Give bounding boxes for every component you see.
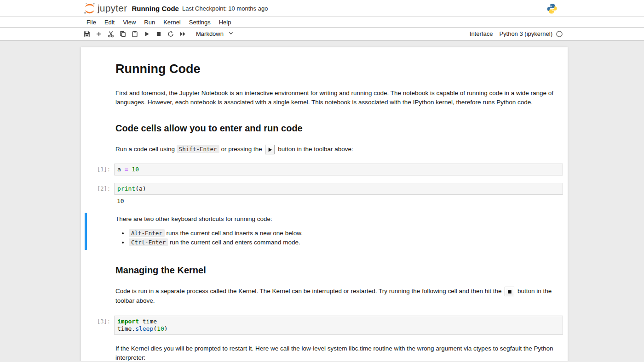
menu-kernel[interactable]: Kernel (159, 19, 185, 26)
run-instructions-before: Run a code cell using (115, 146, 177, 153)
segfault-paragraph[interactable]: If the Kernel dies you will be prompted … (81, 344, 568, 361)
cell-output-2: 10 (81, 198, 563, 204)
run-instructions-middle: or pressing the (219, 146, 264, 153)
inline-stop-button-image (505, 287, 514, 296)
shortcut-text: runs the current cell and inserts a new … (165, 230, 303, 237)
output-prompt (81, 198, 114, 204)
markdown-cell-kernel[interactable]: Managing the Kernel (81, 264, 568, 277)
stop-icon[interactable] (153, 28, 165, 40)
restart-icon[interactable] (165, 28, 177, 40)
cut-icon[interactable] (105, 28, 117, 40)
notebook-header: jupyter Running Code Last Checkpoint: 10… (0, 0, 644, 17)
interface-label[interactable]: Interface (470, 30, 493, 37)
input-prompt: [2]: (81, 183, 114, 195)
section-heading-kernel: Managing the Kernel (115, 264, 554, 277)
shortcuts-intro: There are two other keyboard shortcuts f… (115, 215, 554, 224)
menu-settings[interactable]: Settings (185, 19, 215, 26)
cell-type-value: Markdown (196, 30, 224, 37)
kernel-name[interactable]: Python 3 (ipykernel) (499, 30, 552, 37)
shortcuts-list: Alt-Enter runs the current cell and inse… (115, 229, 554, 247)
kernel-paragraph-before: Code is run in a separate process called… (115, 288, 503, 294)
list-item: Alt-Enter runs the current cell and inse… (129, 229, 554, 238)
code-input[interactable]: a = 10 (114, 164, 563, 175)
inline-run-button-image (265, 145, 275, 154)
kernel-paragraph[interactable]: Code is run in a separate process called… (81, 287, 568, 305)
notebook-title[interactable]: Running Code (132, 5, 178, 12)
jupyter-planet-icon (84, 2, 96, 15)
cell-type-dropdown[interactable]: Markdown (196, 30, 234, 38)
intro-paragraph[interactable]: First and foremost, the Jupyter Notebook… (81, 89, 568, 107)
kbd-ctrl-enter: Ctrl-Enter (129, 238, 168, 246)
input-prompt: [1]: (81, 164, 114, 175)
markdown-cell-code-cells[interactable]: Code cells allow you to enter and run co… (81, 122, 568, 135)
run-instructions-paragraph[interactable]: Run a code cell using Shift-Enter or pre… (81, 145, 568, 154)
section-heading-code-cells: Code cells allow you to enter and run co… (115, 122, 554, 135)
menu-run[interactable]: Run (140, 19, 159, 26)
menu-edit[interactable]: Edit (100, 19, 119, 26)
kbd-alt-enter: Alt-Enter (129, 229, 165, 237)
code-cell-3[interactable]: [3]: import timetime.sleep(10) (81, 316, 563, 335)
code-cell-2[interactable]: [2]: print(a) (81, 183, 563, 195)
run-icon[interactable] (141, 28, 153, 40)
notebook-panel: Running Code First and foremost, the Jup… (81, 47, 568, 361)
paste-icon[interactable] (129, 28, 141, 40)
kbd-shift-enter: Shift-Enter (177, 145, 219, 153)
toolbar: Markdown Interface Python 3 (ipykernel) (0, 28, 644, 40)
jupyter-wordmark: jupyter (98, 3, 127, 14)
kernel-status-icon[interactable] (556, 30, 563, 38)
workspace: Running Code First and foremost, the Jup… (0, 40, 644, 361)
output-text: 10 (114, 198, 124, 204)
copy-icon[interactable] (117, 28, 129, 40)
menu-file[interactable]: File (82, 19, 100, 26)
code-input[interactable]: print(a) (114, 183, 563, 195)
save-icon[interactable] (81, 28, 93, 40)
menu-help[interactable]: Help (215, 19, 236, 26)
markdown-cell-title[interactable]: Running Code (81, 61, 568, 77)
code-cell-1[interactable]: [1]: a = 10 (81, 164, 563, 175)
run-instructions-after: button in the toolbar above: (276, 146, 353, 153)
chevron-down-icon (224, 30, 234, 38)
input-prompt: [3]: (81, 316, 114, 335)
page-title: Running Code (115, 61, 554, 77)
python-logo-icon (546, 3, 558, 14)
selected-cell-indicator (85, 213, 87, 250)
code-input[interactable]: import timetime.sleep(10) (114, 316, 563, 335)
checkpoint-label: Last Checkpoint: 10 months ago (182, 5, 268, 12)
list-item: Ctrl-Enter run the current cell and ente… (129, 238, 554, 247)
run-all-icon[interactable] (177, 28, 189, 40)
menu-bar: File Edit View Run Kernel Settings Help (0, 17, 644, 28)
shortcut-text: run the current cell and enters command … (168, 239, 300, 246)
menu-view[interactable]: View (119, 19, 140, 26)
jupyter-logo[interactable]: jupyter (84, 2, 127, 15)
insert-cell-icon[interactable] (93, 28, 105, 40)
markdown-cell-shortcuts[interactable]: There are two other keyboard shortcuts f… (81, 213, 568, 250)
